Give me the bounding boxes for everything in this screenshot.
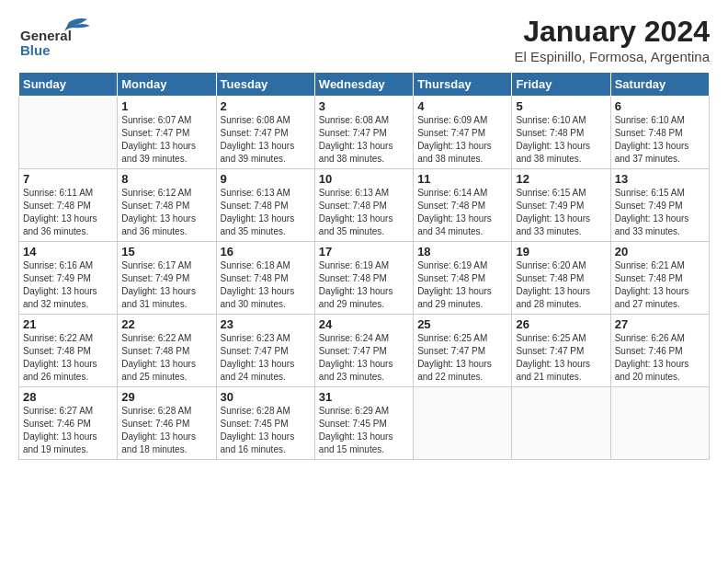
day-info: Sunrise: 6:07 AM Sunset: 7:47 PM Dayligh… xyxy=(121,114,211,166)
day-number: 22 xyxy=(121,317,211,331)
day-info: Sunrise: 6:29 AM Sunset: 7:45 PM Dayligh… xyxy=(319,405,409,456)
table-row: 17Sunrise: 6:19 AM Sunset: 7:48 PM Dayli… xyxy=(314,242,413,315)
table-row: 12Sunrise: 6:15 AM Sunset: 7:49 PM Dayli… xyxy=(512,169,610,242)
day-info: Sunrise: 6:26 AM Sunset: 7:46 PM Dayligh… xyxy=(615,332,705,384)
day-number: 28 xyxy=(23,390,113,404)
calendar-week-row: 28Sunrise: 6:27 AM Sunset: 7:46 PM Dayli… xyxy=(19,387,710,460)
day-info: Sunrise: 6:13 AM Sunset: 7:48 PM Dayligh… xyxy=(319,187,409,238)
day-number: 25 xyxy=(417,317,507,331)
table-row: 27Sunrise: 6:26 AM Sunset: 7:46 PM Dayli… xyxy=(610,315,709,387)
day-info: Sunrise: 6:15 AM Sunset: 7:49 PM Dayligh… xyxy=(516,187,606,238)
day-info: Sunrise: 6:10 AM Sunset: 7:48 PM Dayligh… xyxy=(615,114,705,166)
table-row: 11Sunrise: 6:14 AM Sunset: 7:48 PM Dayli… xyxy=(414,169,512,242)
day-info: Sunrise: 6:16 AM Sunset: 7:49 PM Dayligh… xyxy=(23,259,113,311)
day-info: Sunrise: 6:08 AM Sunset: 7:47 PM Dayligh… xyxy=(221,114,311,166)
calendar-subtitle: El Espinillo, Formosa, Argentina xyxy=(514,49,710,64)
calendar-week-row: 1Sunrise: 6:07 AM Sunset: 7:47 PM Daylig… xyxy=(19,97,710,169)
day-info: Sunrise: 6:17 AM Sunset: 7:49 PM Dayligh… xyxy=(121,259,211,311)
day-info: Sunrise: 6:22 AM Sunset: 7:48 PM Dayligh… xyxy=(121,332,211,384)
logo-icon: General Blue xyxy=(18,15,101,61)
day-number: 24 xyxy=(319,317,409,331)
calendar-table: Sunday Monday Tuesday Wednesday Thursday… xyxy=(18,72,710,460)
table-row: 3Sunrise: 6:08 AM Sunset: 7:47 PM Daylig… xyxy=(314,97,413,169)
day-number: 21 xyxy=(23,317,113,331)
header-wednesday: Wednesday xyxy=(314,73,413,97)
logo: General Blue xyxy=(18,15,101,64)
day-info: Sunrise: 6:15 AM Sunset: 7:49 PM Dayligh… xyxy=(615,187,705,238)
table-row: 30Sunrise: 6:28 AM Sunset: 7:45 PM Dayli… xyxy=(216,387,314,460)
day-info: Sunrise: 6:28 AM Sunset: 7:46 PM Dayligh… xyxy=(121,405,211,456)
table-row: 6Sunrise: 6:10 AM Sunset: 7:48 PM Daylig… xyxy=(610,97,709,169)
table-row: 19Sunrise: 6:20 AM Sunset: 7:48 PM Dayli… xyxy=(512,242,610,315)
page: General Blue January 2024 El Espinillo, … xyxy=(0,0,728,469)
table-row: 31Sunrise: 6:29 AM Sunset: 7:45 PM Dayli… xyxy=(314,387,413,460)
day-info: Sunrise: 6:21 AM Sunset: 7:48 PM Dayligh… xyxy=(615,259,705,311)
day-info: Sunrise: 6:11 AM Sunset: 7:48 PM Dayligh… xyxy=(23,187,113,238)
day-number: 17 xyxy=(319,245,409,259)
table-row: 1Sunrise: 6:07 AM Sunset: 7:47 PM Daylig… xyxy=(118,97,216,169)
table-row: 7Sunrise: 6:11 AM Sunset: 7:48 PM Daylig… xyxy=(19,169,118,242)
day-number: 6 xyxy=(615,99,705,113)
day-info: Sunrise: 6:08 AM Sunset: 7:47 PM Dayligh… xyxy=(319,114,409,166)
day-number: 13 xyxy=(615,172,705,186)
table-row: 23Sunrise: 6:23 AM Sunset: 7:47 PM Dayli… xyxy=(216,315,314,387)
day-number: 29 xyxy=(121,390,211,404)
title-block: January 2024 El Espinillo, Formosa, Arge… xyxy=(514,15,710,64)
header: General Blue January 2024 El Espinillo, … xyxy=(18,15,710,64)
table-row: 26Sunrise: 6:25 AM Sunset: 7:47 PM Dayli… xyxy=(512,315,610,387)
day-number: 14 xyxy=(23,245,113,259)
header-saturday: Saturday xyxy=(610,73,709,97)
day-info: Sunrise: 6:25 AM Sunset: 7:47 PM Dayligh… xyxy=(417,332,507,384)
day-info: Sunrise: 6:12 AM Sunset: 7:48 PM Dayligh… xyxy=(121,187,211,238)
calendar-week-row: 21Sunrise: 6:22 AM Sunset: 7:48 PM Dayli… xyxy=(19,315,710,387)
day-number: 7 xyxy=(23,172,113,186)
table-row: 2Sunrise: 6:08 AM Sunset: 7:47 PM Daylig… xyxy=(216,97,314,169)
header-thursday: Thursday xyxy=(414,73,512,97)
day-info: Sunrise: 6:27 AM Sunset: 7:46 PM Dayligh… xyxy=(23,405,113,456)
day-number: 15 xyxy=(121,245,211,259)
day-number: 31 xyxy=(319,390,409,404)
day-number: 19 xyxy=(516,245,606,259)
table-row xyxy=(414,387,512,460)
table-row: 13Sunrise: 6:15 AM Sunset: 7:49 PM Dayli… xyxy=(610,169,709,242)
table-row: 10Sunrise: 6:13 AM Sunset: 7:48 PM Dayli… xyxy=(314,169,413,242)
table-row: 5Sunrise: 6:10 AM Sunset: 7:48 PM Daylig… xyxy=(512,97,610,169)
table-row: 8Sunrise: 6:12 AM Sunset: 7:48 PM Daylig… xyxy=(118,169,216,242)
table-row xyxy=(512,387,610,460)
header-sunday: Sunday xyxy=(19,73,118,97)
day-number: 18 xyxy=(417,245,507,259)
day-number: 1 xyxy=(121,99,211,113)
day-info: Sunrise: 6:24 AM Sunset: 7:47 PM Dayligh… xyxy=(319,332,409,384)
table-row: 25Sunrise: 6:25 AM Sunset: 7:47 PM Dayli… xyxy=(414,315,512,387)
table-row xyxy=(610,387,709,460)
day-info: Sunrise: 6:28 AM Sunset: 7:45 PM Dayligh… xyxy=(221,405,311,456)
table-row: 4Sunrise: 6:09 AM Sunset: 7:47 PM Daylig… xyxy=(414,97,512,169)
table-row: 29Sunrise: 6:28 AM Sunset: 7:46 PM Dayli… xyxy=(118,387,216,460)
table-row: 14Sunrise: 6:16 AM Sunset: 7:49 PM Dayli… xyxy=(19,242,118,315)
calendar-week-row: 7Sunrise: 6:11 AM Sunset: 7:48 PM Daylig… xyxy=(19,169,710,242)
day-info: Sunrise: 6:19 AM Sunset: 7:48 PM Dayligh… xyxy=(417,259,507,311)
calendar-week-row: 14Sunrise: 6:16 AM Sunset: 7:49 PM Dayli… xyxy=(19,242,710,315)
day-info: Sunrise: 6:09 AM Sunset: 7:47 PM Dayligh… xyxy=(417,114,507,166)
table-row: 28Sunrise: 6:27 AM Sunset: 7:46 PM Dayli… xyxy=(19,387,118,460)
day-number: 12 xyxy=(516,172,606,186)
day-number: 27 xyxy=(615,317,705,331)
header-friday: Friday xyxy=(512,73,610,97)
table-row: 9Sunrise: 6:13 AM Sunset: 7:48 PM Daylig… xyxy=(216,169,314,242)
day-info: Sunrise: 6:18 AM Sunset: 7:48 PM Dayligh… xyxy=(221,259,311,311)
table-row: 22Sunrise: 6:22 AM Sunset: 7:48 PM Dayli… xyxy=(118,315,216,387)
day-number: 2 xyxy=(221,99,311,113)
day-number: 8 xyxy=(121,172,211,186)
table-row: 20Sunrise: 6:21 AM Sunset: 7:48 PM Dayli… xyxy=(610,242,709,315)
day-number: 11 xyxy=(417,172,507,186)
day-info: Sunrise: 6:25 AM Sunset: 7:47 PM Dayligh… xyxy=(516,332,606,384)
table-row xyxy=(19,97,118,169)
day-info: Sunrise: 6:19 AM Sunset: 7:48 PM Dayligh… xyxy=(319,259,409,311)
day-info: Sunrise: 6:23 AM Sunset: 7:47 PM Dayligh… xyxy=(221,332,311,384)
day-number: 23 xyxy=(221,317,311,331)
table-row: 15Sunrise: 6:17 AM Sunset: 7:49 PM Dayli… xyxy=(118,242,216,315)
svg-text:Blue: Blue xyxy=(20,42,51,58)
table-row: 24Sunrise: 6:24 AM Sunset: 7:47 PM Dayli… xyxy=(314,315,413,387)
day-number: 9 xyxy=(221,172,311,186)
day-info: Sunrise: 6:14 AM Sunset: 7:48 PM Dayligh… xyxy=(417,187,507,238)
